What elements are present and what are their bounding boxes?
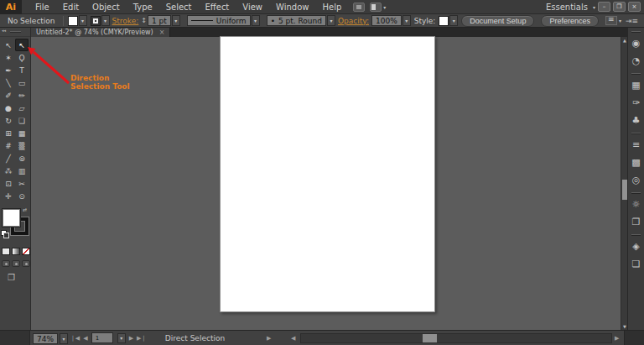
preferences-button[interactable]: Preferences — [541, 15, 599, 27]
menu-select[interactable]: Select — [159, 0, 199, 14]
first-artboard-icon[interactable]: ❘◀ — [70, 335, 80, 342]
tools-panel-grip[interactable]: ◂◂ — [0, 28, 30, 37]
scroll-right-icon[interactable]: ▶ — [615, 335, 619, 342]
paintbrush-tool[interactable]: ✐ — [2, 89, 15, 102]
default-fill-stroke-icon[interactable] — [1, 230, 8, 237]
stroke-panel-link[interactable]: Stroke: — [112, 17, 139, 25]
draw-behind-button[interactable] — [12, 260, 20, 267]
none-button[interactable] — [22, 248, 30, 255]
menu-object[interactable]: Object — [86, 0, 127, 14]
eraser-tool[interactable]: ▱ — [15, 102, 29, 114]
symbol-sprayer-tool[interactable]: ⁂ — [2, 165, 15, 177]
artboard-tool[interactable]: ⊡ — [2, 177, 15, 190]
magic-wand-tool[interactable]: ✶ — [2, 51, 15, 64]
pen-tool[interactable]: ✒ — [2, 64, 15, 76]
align-options-icon[interactable] — [605, 16, 617, 25]
variable-width-profile-field[interactable]: Uniform — [187, 15, 251, 26]
pencil-tool[interactable]: ✏ — [15, 89, 29, 102]
blob-brush-tool[interactable]: ● — [2, 102, 15, 114]
draw-normal-button[interactable] — [2, 260, 10, 267]
mesh-tool[interactable]: # — [2, 139, 15, 152]
gradient-tool[interactable]: ▒ — [15, 139, 29, 152]
stroke-weight-stepper[interactable]: ↕ — [141, 17, 147, 24]
scale-tool[interactable]: ❏ — [15, 114, 29, 127]
shape-builder-tool[interactable]: ⊞ — [2, 127, 15, 139]
arrange-documents-caret-icon[interactable]: ▾ — [383, 4, 386, 10]
stroke-panel-icon[interactable]: ≡ — [628, 136, 644, 154]
restore-button[interactable]: ❐ — [613, 2, 626, 12]
horizontal-scrollbar-thumb[interactable] — [423, 334, 437, 342]
swap-fill-stroke-icon[interactable]: ⇄ — [23, 206, 27, 212]
menu-type[interactable]: Type — [127, 0, 159, 14]
fill-color-dropdown[interactable]: ▾ — [79, 15, 87, 26]
panel-group-grip[interactable] — [631, 73, 641, 75]
panel-group-grip[interactable] — [631, 31, 641, 33]
menu-effect[interactable]: Effect — [199, 0, 236, 14]
vertical-scrollbar[interactable]: ▲ ▼ — [621, 37, 627, 330]
artboard-number-field[interactable]: 1 — [91, 332, 113, 343]
column-graph-tool[interactable]: ▥ — [15, 165, 29, 177]
canvas-area[interactable] — [31, 37, 621, 330]
gradient-button[interactable] — [12, 248, 20, 255]
previous-artboard-icon[interactable]: ◀ — [83, 335, 87, 342]
minimize-button[interactable]: – — [598, 2, 610, 12]
document-tab[interactable]: Untitled-2* @ 74% (CMYK/Preview) × — [31, 28, 170, 37]
fill-color-swatch[interactable] — [68, 16, 78, 26]
arrange-documents-icon[interactable] — [370, 3, 382, 12]
opacity-panel-link[interactable]: Opacity: — [338, 17, 369, 25]
opacity-dropdown[interactable]: ▾ — [402, 15, 411, 26]
zoom-level-dropdown[interactable]: ▾ — [60, 333, 68, 344]
type-tool[interactable]: T — [15, 64, 29, 76]
align-options-caret-icon[interactable]: ▾ — [619, 18, 621, 24]
fill-indicator[interactable] — [3, 209, 20, 227]
artboard-number-dropdown[interactable]: ▾ — [117, 333, 126, 343]
zoom-tool[interactable]: ⊙ — [15, 190, 29, 202]
variable-width-profile-dropdown[interactable]: ▾ — [252, 15, 260, 26]
layers-panel-icon[interactable]: ◈ — [628, 238, 644, 255]
hand-tool[interactable]: ✛ — [2, 190, 15, 202]
brush-definition-field[interactable]: • 5 pt. Round — [267, 15, 326, 26]
menu-help[interactable]: Help — [315, 0, 348, 14]
perspective-grid-tool[interactable]: ▦ — [15, 127, 29, 139]
blend-tool[interactable]: ⊚ — [15, 152, 29, 165]
close-button[interactable]: × — [628, 2, 641, 12]
workspace-caret-icon[interactable]: ▾ — [593, 4, 595, 10]
zoom-level-field[interactable]: 74% — [33, 333, 58, 344]
eyedropper-tool[interactable]: ╱ — [2, 152, 15, 165]
change-screen-mode-icon[interactable]: ❐ — [8, 273, 15, 282]
stroke-weight-field[interactable]: 1 pt — [148, 15, 171, 26]
color-button[interactable] — [2, 248, 10, 255]
slice-tool[interactable]: ✂ — [15, 177, 29, 190]
color-panel-icon[interactable]: ◉ — [628, 34, 644, 52]
collapse-panel-icon[interactable]: ◂◂ — [2, 28, 6, 33]
control-panel-menu-icon[interactable]: ⇥≡ — [626, 17, 638, 25]
rotate-tool[interactable]: ↻ — [2, 114, 15, 127]
draw-inside-button[interactable] — [22, 260, 30, 267]
document-tab-close-icon[interactable]: × — [159, 29, 165, 36]
color-guide-panel-icon[interactable]: ◔ — [628, 52, 644, 70]
scroll-left-icon[interactable]: ◀ — [291, 335, 295, 342]
selection-tool[interactable]: ↖ — [2, 39, 15, 51]
transparency-panel-icon[interactable]: ◎ — [628, 171, 644, 189]
style-dropdown[interactable]: ▾ — [449, 15, 458, 26]
menu-file[interactable]: File — [29, 0, 56, 14]
direct-selection-tool[interactable]: ↖ — [15, 39, 29, 51]
stroke-color-dropdown[interactable]: ▾ — [101, 15, 110, 26]
brushes-panel-icon[interactable]: ✑ — [628, 94, 644, 112]
panel-group-grip[interactable] — [631, 133, 641, 134]
document-setup-button[interactable]: Document Setup — [461, 15, 534, 27]
panel-group-grip[interactable] — [631, 192, 641, 194]
brush-definition-dropdown[interactable]: ▾ — [327, 15, 335, 26]
horizontal-scrollbar[interactable] — [300, 333, 612, 343]
symbols-panel-icon[interactable]: ♣ — [628, 112, 644, 129]
workspace-switcher[interactable]: Essentials — [546, 3, 588, 12]
artboard[interactable] — [220, 36, 435, 312]
stroke-color-swatch[interactable] — [91, 16, 101, 26]
menu-edit[interactable]: Edit — [56, 0, 86, 14]
style-swatch[interactable] — [439, 16, 449, 26]
menu-view[interactable]: View — [236, 0, 269, 14]
lasso-tool[interactable]: Ϙ — [15, 51, 29, 64]
stroke-weight-dropdown[interactable]: ▾ — [172, 15, 180, 26]
opacity-field[interactable]: 100% — [371, 15, 402, 26]
menu-window[interactable]: Window — [269, 0, 315, 14]
